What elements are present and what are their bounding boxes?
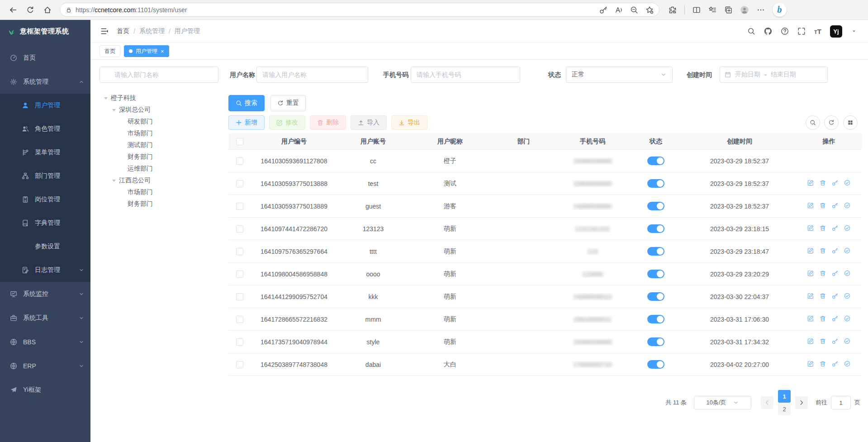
- tree-expand-arrow-icon[interactable]: [112, 180, 116, 182]
- assign-role-button[interactable]: [844, 361, 850, 368]
- breadcrumb-home[interactable]: 首页: [117, 27, 129, 35]
- status-toggle[interactable]: [647, 179, 664, 188]
- edit-row-button[interactable]: [807, 247, 814, 255]
- sidebar-item-1[interactable]: 系统管理: [0, 70, 90, 94]
- modify-button[interactable]: 修改: [269, 115, 305, 130]
- collapse-sidebar-icon[interactable]: [100, 27, 109, 35]
- status-toggle[interactable]: [647, 270, 664, 278]
- status-toggle[interactable]: [647, 224, 664, 233]
- edit-row-button[interactable]: [807, 361, 814, 368]
- edit-row-button[interactable]: [807, 293, 814, 300]
- copilot-bing-icon[interactable]: b: [773, 3, 787, 17]
- browser-refresh-button[interactable]: [22, 2, 39, 18]
- sidebar-item-6[interactable]: 岗位管理: [0, 188, 90, 211]
- prev-page-button[interactable]: [761, 396, 773, 409]
- reset-password-button[interactable]: [832, 225, 838, 233]
- assign-role-button[interactable]: [844, 225, 850, 233]
- delete-row-button[interactable]: [820, 315, 826, 323]
- browser-profile-avatar[interactable]: [740, 5, 749, 14]
- next-page-button[interactable]: [795, 396, 808, 409]
- created-date-range[interactable]: 开始日期 - 结束日期: [720, 67, 828, 83]
- favorites-icon[interactable]: [708, 6, 716, 14]
- goto-page-input[interactable]: [831, 396, 851, 409]
- table-columns-button[interactable]: [843, 115, 858, 130]
- tab-home[interactable]: 首页: [100, 45, 120, 57]
- tree-node-0[interactable]: 橙子科技: [100, 92, 224, 104]
- assign-role-button[interactable]: [844, 315, 850, 323]
- reset-button[interactable]: 重置: [270, 95, 306, 111]
- tree-node-4[interactable]: 测试部门: [100, 139, 224, 151]
- search-icon[interactable]: [747, 27, 755, 35]
- sidebar-item-10[interactable]: 系统监控: [0, 282, 90, 306]
- fullscreen-icon[interactable]: [797, 27, 806, 35]
- split-screen-icon[interactable]: [693, 6, 701, 14]
- status-toggle[interactable]: [647, 337, 664, 346]
- status-toggle[interactable]: [647, 292, 664, 301]
- zoom-out-icon[interactable]: [630, 6, 638, 14]
- font-size-icon[interactable]: TT: [814, 28, 821, 35]
- status-toggle[interactable]: [647, 202, 664, 210]
- assign-role-button[interactable]: [844, 338, 850, 346]
- delete-row-button[interactable]: [820, 225, 826, 233]
- sidebar-item-3[interactable]: 角色管理: [0, 117, 90, 141]
- page-button-2[interactable]: 2: [778, 403, 791, 415]
- reset-password-button[interactable]: [832, 270, 838, 278]
- status-toggle[interactable]: [647, 315, 664, 323]
- assign-role-button[interactable]: [844, 202, 850, 210]
- add-favorite-star-icon[interactable]: [645, 6, 654, 14]
- close-tab-icon[interactable]: ×: [161, 48, 164, 54]
- delete-row-button[interactable]: [820, 361, 826, 368]
- status-toggle[interactable]: [647, 247, 664, 256]
- row-checkbox[interactable]: [236, 157, 243, 165]
- more-ellipsis-icon[interactable]: [757, 6, 765, 14]
- sidebar-item-8[interactable]: 参数设置: [0, 235, 90, 258]
- import-button[interactable]: 导入: [351, 115, 387, 130]
- edit-row-button[interactable]: [807, 225, 814, 233]
- row-checkbox[interactable]: [236, 203, 243, 210]
- sidebar-item-13[interactable]: ERP: [0, 354, 90, 378]
- tree-node-6[interactable]: 运维部门: [100, 163, 224, 175]
- status-select[interactable]: 正常: [566, 67, 673, 83]
- sidebar-item-14[interactable]: Yi框架: [0, 378, 90, 402]
- row-checkbox[interactable]: [236, 361, 243, 368]
- phone-input[interactable]: [411, 67, 520, 83]
- user-avatar[interactable]: Yj: [830, 25, 842, 38]
- status-toggle[interactable]: [647, 157, 664, 165]
- add-button[interactable]: 新增: [228, 115, 265, 130]
- sidebar-item-12[interactable]: BBS: [0, 330, 90, 354]
- export-button[interactable]: 导出: [391, 115, 427, 130]
- address-bar[interactable]: https://ccnetcore.com:1101/system/user: [60, 3, 659, 17]
- collections-icon[interactable]: [724, 6, 732, 14]
- reset-password-button[interactable]: [832, 293, 838, 300]
- tree-node-3[interactable]: 市场部门: [100, 128, 224, 139]
- status-toggle[interactable]: [647, 360, 664, 369]
- reset-password-button[interactable]: [832, 315, 838, 323]
- edit-row-button[interactable]: [807, 315, 814, 323]
- reset-password-button[interactable]: [832, 180, 838, 187]
- sidebar-item-0[interactable]: 首页: [0, 46, 90, 70]
- github-icon[interactable]: [764, 27, 772, 35]
- tab-user-management[interactable]: 用户管理 ×: [124, 45, 169, 57]
- row-checkbox[interactable]: [236, 180, 243, 187]
- table-search-toggle-button[interactable]: [806, 115, 820, 130]
- delete-row-button[interactable]: [820, 180, 826, 187]
- sidebar-item-4[interactable]: 菜单管理: [0, 141, 90, 164]
- assign-role-button[interactable]: [844, 180, 850, 187]
- select-all-checkbox[interactable]: [236, 138, 243, 145]
- help-question-icon[interactable]: [781, 27, 789, 35]
- tree-expand-arrow-icon[interactable]: [112, 109, 116, 111]
- delete-row-button[interactable]: [820, 338, 826, 346]
- tree-node-2[interactable]: 研发部门: [100, 116, 224, 128]
- assign-role-button[interactable]: [844, 247, 850, 255]
- sidebar-item-7[interactable]: 字典管理: [0, 211, 90, 235]
- breadcrumb-system[interactable]: 系统管理: [139, 27, 165, 35]
- tree-node-8[interactable]: 市场部门: [100, 186, 224, 198]
- assign-role-button[interactable]: [844, 270, 850, 278]
- read-aloud-icon[interactable]: [615, 6, 623, 14]
- reset-password-button[interactable]: [832, 361, 838, 368]
- edit-row-button[interactable]: [807, 338, 814, 346]
- search-button[interactable]: 搜索: [228, 95, 265, 111]
- sidebar-item-11[interactable]: 系统工具: [0, 306, 90, 330]
- avatar-caret-icon[interactable]: [851, 28, 857, 34]
- delete-button[interactable]: 删除: [310, 115, 346, 130]
